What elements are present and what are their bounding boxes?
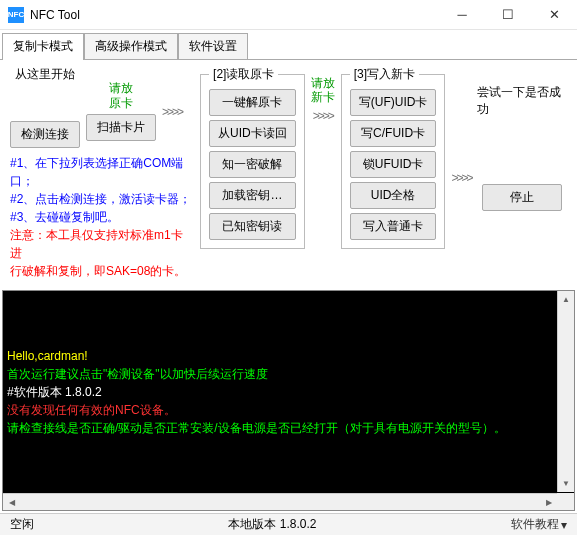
- stop-button[interactable]: 停止: [482, 184, 562, 211]
- resize-grip[interactable]: [557, 493, 574, 510]
- read-from-uid-button[interactable]: 从UID卡读回: [209, 120, 296, 147]
- instructions-text: #1、在下拉列表选择正确COM端口； #2、点击检测连接，激活读卡器； #3、去…: [10, 154, 194, 280]
- write-normal-card-button[interactable]: 写入普通卡: [350, 213, 437, 240]
- app-icon: NFC: [8, 7, 24, 23]
- arrow-icon: >>>>: [451, 161, 471, 185]
- place-new-card-hint: 请放 新卡: [311, 76, 335, 105]
- try-result-label: 尝试一下是否成功: [477, 84, 567, 118]
- window-title: NFC Tool: [30, 8, 439, 22]
- tab-settings[interactable]: 软件设置: [178, 33, 248, 59]
- step2-legend: [2]读取原卡: [209, 66, 278, 83]
- step1-header: 从这里开始: [15, 66, 75, 83]
- arrow-icon: >>>>: [162, 95, 182, 119]
- write-cfuid-button[interactable]: 写C/FUID卡: [350, 120, 437, 147]
- one-key-decode-button[interactable]: 一键解原卡: [209, 89, 296, 116]
- step2-group: [2]读取原卡 一键解原卡 从UID卡读回 知一密破解 加载密钥… 已知密钥读: [200, 66, 305, 249]
- chevron-down-icon: ▾: [561, 518, 567, 532]
- console-output: Hello,cardman! 首次运行建议点击"检测设备"以加快后续运行速度 #…: [3, 291, 574, 510]
- step3-legend: [3]写入新卡: [350, 66, 419, 83]
- known-key-read-button[interactable]: 已知密钥读: [209, 213, 296, 240]
- arrow-icon: >>>>: [313, 109, 333, 123]
- lock-ufuid-button[interactable]: 锁UFUID卡: [350, 151, 437, 178]
- vertical-scrollbar[interactable]: ▲ ▼: [557, 291, 574, 492]
- tab-copy-mode[interactable]: 复制卡模式: [2, 33, 84, 60]
- scroll-up-icon[interactable]: ▲: [558, 291, 574, 308]
- detect-connection-button[interactable]: 检测连接: [10, 121, 80, 148]
- step3-group: [3]写入新卡 写(UF)UID卡 写C/FUID卡 锁UFUID卡 UID全格…: [341, 66, 446, 249]
- known-one-crack-button[interactable]: 知一密破解: [209, 151, 296, 178]
- write-uf-uid-button[interactable]: 写(UF)UID卡: [350, 89, 437, 116]
- scan-card-button[interactable]: 扫描卡片: [86, 114, 156, 141]
- status-version: 本地版本 1.8.0.2: [40, 516, 505, 533]
- status-left: 空闲: [10, 516, 34, 533]
- minimize-button[interactable]: ─: [439, 0, 485, 30]
- place-original-card-hint: 请放 原卡: [109, 81, 133, 110]
- scroll-down-icon[interactable]: ▼: [558, 475, 574, 492]
- close-button[interactable]: ✕: [531, 0, 577, 30]
- load-keys-button[interactable]: 加载密钥…: [209, 182, 296, 209]
- horizontal-scrollbar[interactable]: ◀ ▶: [3, 493, 557, 510]
- maximize-button[interactable]: ☐: [485, 0, 531, 30]
- tutorial-link[interactable]: 软件教程 ▾: [511, 516, 567, 533]
- uid-full-format-button[interactable]: UID全格: [350, 182, 437, 209]
- scroll-right-icon[interactable]: ▶: [540, 494, 557, 510]
- scroll-left-icon[interactable]: ◀: [3, 494, 20, 510]
- tab-advanced-mode[interactable]: 高级操作模式: [84, 33, 178, 59]
